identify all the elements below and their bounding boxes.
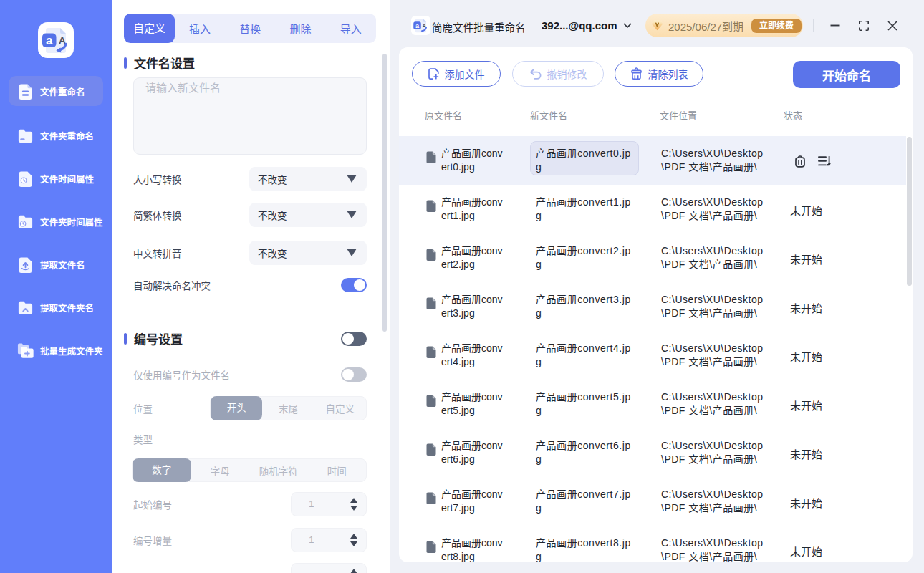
svg-text:a: a — [46, 34, 53, 47]
svg-text:a: a — [415, 22, 420, 29]
